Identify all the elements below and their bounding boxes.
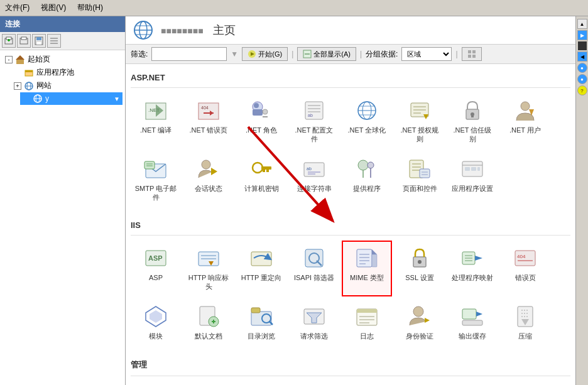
icon-module[interactable]: 模块: [131, 299, 181, 345]
auth-label: 身份验证: [406, 332, 433, 340]
svg-rect-109: [372, 254, 377, 267]
svg-rect-32: [472, 50, 476, 53]
start-btn[interactable]: 开始(G): [242, 47, 288, 61]
session-label: 会话状态: [195, 184, 222, 193]
icon-net-config[interactable]: ab .NET 配置文件: [289, 93, 339, 149]
expand-website[interactable]: +: [14, 82, 21, 90]
svg-rect-8: [36, 41, 41, 45]
icon-config-editor[interactable]: 配置编辑器: [131, 381, 181, 385]
svg-point-43: [254, 103, 259, 108]
icon-compress[interactable]: 压缩: [500, 299, 550, 345]
default-doc-icon: [196, 304, 221, 329]
group-by-select[interactable]: 区域: [401, 47, 452, 61]
connect-btn[interactable]: [17, 34, 31, 48]
filter-input[interactable]: [151, 47, 227, 61]
icon-net-user[interactable]: .NET 用户: [500, 93, 550, 149]
svg-point-82: [368, 162, 374, 168]
svg-point-65: [521, 102, 530, 111]
machinekey-label: 计算机密钥: [244, 184, 279, 193]
icon-net-role[interactable]: .NET 角色: [236, 93, 286, 149]
icon-mime-type[interactable]: MIME 类型: [342, 241, 392, 296]
svg-marker-144: [476, 312, 482, 317]
icon-output-cache[interactable]: 输出缓存: [447, 299, 498, 345]
svg-rect-95: [471, 167, 476, 171]
smtp-label: SMTP 电子邮件: [134, 184, 177, 202]
icon-http-redirect[interactable]: HTTP 重定向: [236, 241, 286, 296]
sidebar-tree: - 起始页 应用程序池 + 网站: [0, 50, 125, 385]
icon-req-filter[interactable]: 请求筛选: [289, 299, 339, 345]
tree-item-apppool[interactable]: 应用程序池: [11, 66, 122, 79]
output-cache-label: 输出缓存: [459, 332, 486, 340]
icon-default-doc[interactable]: 默认文档: [183, 299, 234, 345]
expand-start[interactable]: -: [5, 56, 13, 63]
list-btn[interactable]: [47, 34, 61, 48]
icon-http-response[interactable]: HTTP 响应标头: [183, 241, 234, 296]
icon-net-compile[interactable]: .NET .NET 编译: [131, 93, 181, 149]
pagecontrol-label: 页面和控件: [403, 184, 437, 193]
show-all-btn[interactable]: 全部显示(A): [297, 47, 356, 61]
right-btn-2[interactable]: ▶: [577, 30, 587, 40]
icon-pagecontrol[interactable]: 页面和控件: [395, 151, 445, 207]
svg-marker-13: [16, 55, 24, 60]
content-title: ■■■■■■■■ 主页: [161, 23, 236, 38]
menu-help[interactable]: 帮助(H): [75, 1, 106, 14]
net-global-icon: [354, 98, 379, 123]
new-connection-btn[interactable]: [2, 34, 16, 48]
connstring-icon: ab: [302, 156, 327, 182]
manage-grid: 配置编辑器: [131, 381, 570, 385]
icon-isapi-filter[interactable]: ISAPI 筛选器: [289, 241, 339, 296]
save-btn[interactable]: [32, 34, 46, 48]
icon-net-auth[interactable]: .NET 授权规则: [395, 93, 445, 149]
svg-point-81: [358, 160, 368, 170]
icons-area: ASP.NET .NET .NET 编译 404 .NET 错误页: [126, 64, 575, 385]
view-btn[interactable]: [462, 47, 482, 61]
module-label: 模块: [149, 332, 163, 340]
net-compile-label: .NET 编译: [140, 126, 172, 134]
menu-view[interactable]: 视图(V): [38, 1, 68, 14]
context-btn[interactable]: ▼: [114, 95, 120, 102]
machinekey-icon: [249, 156, 274, 182]
tree-item-y[interactable]: y ▼: [20, 92, 122, 105]
tree-item-start[interactable]: - 起始页: [3, 53, 122, 66]
handler-label: 处理程序映射: [452, 273, 493, 282]
right-panel: ▲ ▶ ◀ ● ● ?: [575, 16, 588, 385]
right-btn-help[interactable]: ?: [577, 85, 587, 95]
right-btn-5[interactable]: ●: [577, 74, 587, 84]
right-btn-4[interactable]: ●: [577, 63, 587, 73]
icon-log[interactable]: 日志: [342, 299, 392, 345]
right-indicator: [578, 41, 587, 50]
tree-item-website[interactable]: + 网站: [11, 79, 122, 92]
svg-rect-64: [471, 114, 474, 117]
net-auth-icon: [407, 98, 432, 123]
log-icon: [354, 304, 379, 329]
icon-machinekey[interactable]: 计算机密钥: [236, 151, 286, 207]
icon-dir-browse[interactable]: 目录浏览: [236, 299, 286, 345]
icon-connstring[interactable]: ab 连接字符串: [289, 151, 339, 207]
right-btn-1[interactable]: ▲: [577, 19, 587, 29]
sidebar-toolbar: [0, 32, 125, 50]
icon-net-error[interactable]: 404 .NET 错误页: [183, 93, 234, 149]
isapi-filter-label: ISAPI 筛选器: [294, 273, 334, 282]
error-page-label: 错误页: [515, 273, 536, 282]
tree-label-website: 网站: [36, 80, 52, 91]
icon-ssl[interactable]: SSL 设置: [395, 241, 445, 296]
right-btn-3[interactable]: ◀: [577, 52, 587, 62]
sidebar: 连接 - 起始页: [0, 16, 126, 385]
svg-rect-31: [468, 50, 471, 53]
svg-point-115: [418, 260, 422, 264]
icon-auth[interactable]: 身份验证: [395, 299, 445, 345]
svg-rect-94: [465, 167, 470, 171]
menu-file[interactable]: 文件(F): [3, 1, 32, 14]
icon-handler[interactable]: 处理程序映射: [447, 241, 498, 296]
svg-rect-89: [420, 169, 430, 178]
icon-error-page[interactable]: 404 错误页: [500, 241, 550, 296]
icon-session[interactable]: 会话状态: [183, 151, 234, 207]
icon-asp[interactable]: ASP ASP: [131, 241, 181, 296]
icon-provider[interactable]: 提供程序: [342, 151, 392, 207]
net-trust-icon: [460, 98, 485, 123]
icon-smtp[interactable]: SMTP 电子邮件: [131, 151, 181, 207]
svg-rect-143: [462, 309, 476, 319]
icon-net-trust[interactable]: .NET 信任级别: [447, 93, 498, 149]
icon-net-global[interactable]: .NET 全球化: [342, 93, 392, 149]
icon-appsetting[interactable]: 应用程序设置: [447, 151, 498, 207]
